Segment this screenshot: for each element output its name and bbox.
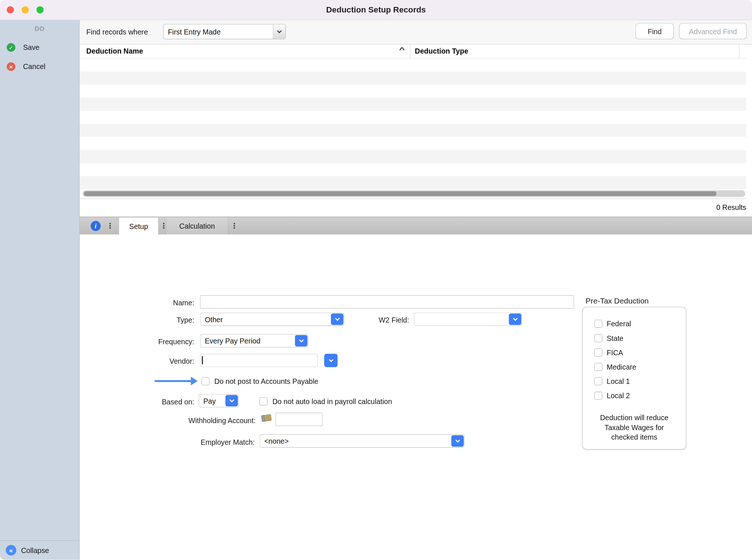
annotation-arrow-head xyxy=(191,377,198,386)
frequency-label: Frequency: xyxy=(134,337,194,346)
type-selected-value: Other xyxy=(205,315,223,323)
sidebar: DO Save Cancel Collapse xyxy=(0,20,80,560)
name-label: Name: xyxy=(134,298,194,308)
sort-ascending-icon[interactable]: ^ xyxy=(399,46,405,54)
do-not-auto-load-label: Do not auto load in payroll calculation xyxy=(272,397,392,406)
local2-label: Local 2 xyxy=(607,392,630,400)
results-table-empty-rows[interactable] xyxy=(80,58,746,189)
column-divider[interactable] xyxy=(739,44,740,58)
local1-checkbox[interactable] xyxy=(594,377,602,385)
medicare-checkbox[interactable] xyxy=(594,363,602,371)
collapse-chevrons-icon xyxy=(6,545,17,556)
pretax-option-local2[interactable]: Local 2 xyxy=(594,392,686,400)
employer-match-label: Employer Match: xyxy=(140,437,254,447)
column-header-deduction-name[interactable]: Deduction Name xyxy=(86,47,143,55)
federal-label: Federal xyxy=(607,320,631,328)
do-not-post-ap-label: Do not post to Accounts Payable xyxy=(214,377,318,386)
type-dropdown[interactable]: Other xyxy=(200,313,344,326)
pretax-option-medicare[interactable]: Medicare xyxy=(594,363,686,371)
vendor-input[interactable] xyxy=(200,354,318,367)
dropdown-arrow-button[interactable] xyxy=(273,25,285,39)
frequency-dropdown-button[interactable] xyxy=(295,335,307,346)
column-divider[interactable] xyxy=(410,44,411,58)
chevron-down-icon xyxy=(335,316,340,321)
withholding-account-input[interactable] xyxy=(275,413,323,426)
find-records-where-label: Find records where xyxy=(86,28,148,36)
table-bottom-border xyxy=(80,199,746,199)
results-table-header: Deduction Name ^ Deduction Type xyxy=(80,44,746,58)
results-count: 0 Results xyxy=(716,203,746,211)
info-icon[interactable] xyxy=(91,221,101,231)
local1-label: Local 1 xyxy=(607,377,630,385)
tab-bar: Setup Calculation xyxy=(80,217,752,234)
horizontal-scrollbar-thumb[interactable] xyxy=(84,191,717,196)
w2-field-label: W2 Field: xyxy=(365,315,409,325)
x-icon xyxy=(7,62,15,71)
state-label: State xyxy=(607,334,623,342)
dots-separator-icon xyxy=(231,221,238,230)
tab-setup[interactable]: Setup xyxy=(119,218,159,235)
chevron-down-icon xyxy=(455,438,460,443)
w2-dropdown-button[interactable] xyxy=(509,313,521,325)
name-input[interactable] xyxy=(200,295,574,309)
account-lookup-icon[interactable] xyxy=(260,413,273,423)
pretax-option-local1[interactable]: Local 1 xyxy=(594,377,686,385)
based-on-dropdown[interactable]: Pay xyxy=(199,394,239,408)
find-bar: Find records where First Entry Made Find… xyxy=(80,20,752,45)
federal-checkbox[interactable] xyxy=(594,320,602,328)
column-header-deduction-type[interactable]: Deduction Type xyxy=(415,47,469,55)
deduction-setup-window: Deduction Setup Records DO Save Cancel C… xyxy=(0,0,752,560)
find-field-dropdown[interactable]: First Entry Made xyxy=(163,24,286,39)
type-dropdown-button[interactable] xyxy=(331,313,343,325)
based-on-dropdown-button[interactable] xyxy=(225,395,238,406)
pretax-deduction-panel: Federal State FICA Medicare Local 1 Loca… xyxy=(582,307,686,450)
pretax-option-fica[interactable]: FICA xyxy=(594,349,686,357)
pretax-deduction-title: Pre-Tax Deduction xyxy=(586,297,649,305)
dots-separator-icon xyxy=(106,221,114,230)
sidebar-divider xyxy=(0,540,80,541)
do-not-post-ap-checkbox[interactable] xyxy=(202,377,210,385)
withholding-account-label: Withholding Account: xyxy=(141,416,256,426)
collapse-label: Collapse xyxy=(21,546,49,554)
w2-field-dropdown[interactable] xyxy=(414,313,522,326)
medicare-label: Medicare xyxy=(607,363,636,371)
employer-match-dropdown-button[interactable] xyxy=(451,435,464,447)
pretax-option-state[interactable]: State xyxy=(594,334,686,342)
vendor-dropdown-button[interactable] xyxy=(324,354,338,367)
tab-calculation[interactable]: Calculation xyxy=(166,218,228,234)
based-on-selected-value: Pay xyxy=(203,397,216,405)
save-label: Save xyxy=(23,43,40,52)
fica-label: FICA xyxy=(607,349,623,357)
employer-match-dropdown[interactable]: <none> xyxy=(260,434,465,448)
text-cursor xyxy=(202,356,203,364)
chevron-down-icon xyxy=(299,338,304,342)
cancel-label: Cancel xyxy=(23,62,46,71)
sidebar-header: DO xyxy=(0,25,79,32)
chevron-down-icon xyxy=(513,316,517,321)
based-on-label: Based on: xyxy=(134,397,194,407)
frequency-selected-value: Every Pay Period xyxy=(205,337,260,345)
pretax-option-federal[interactable]: Federal xyxy=(594,320,686,328)
titlebar: Deduction Setup Records xyxy=(0,0,752,20)
save-button[interactable]: Save xyxy=(7,43,39,52)
check-icon xyxy=(7,43,15,52)
horizontal-scrollbar-track[interactable] xyxy=(83,190,745,197)
find-button[interactable]: Find xyxy=(636,23,674,39)
type-label: Type: xyxy=(134,315,194,325)
window-title: Deduction Setup Records xyxy=(0,0,752,20)
fica-checkbox[interactable] xyxy=(594,349,602,357)
annotation-arrow xyxy=(155,380,192,382)
do-not-auto-load-checkbox[interactable] xyxy=(260,397,268,406)
employer-match-selected-value: <none> xyxy=(264,437,289,445)
cancel-button[interactable]: Cancel xyxy=(7,62,45,71)
advanced-find-button[interactable]: Advanced Find xyxy=(679,23,746,39)
frequency-dropdown[interactable]: Every Pay Period xyxy=(200,334,308,348)
collapse-button[interactable]: Collapse xyxy=(6,545,49,556)
chevron-down-icon xyxy=(329,357,333,362)
find-field-selected-value: First Entry Made xyxy=(168,28,221,36)
local2-checkbox[interactable] xyxy=(594,392,602,400)
state-checkbox[interactable] xyxy=(594,334,602,342)
window-scale-wrapper: Deduction Setup Records DO Save Cancel C… xyxy=(0,0,752,560)
chevron-down-icon xyxy=(277,28,282,33)
chevron-down-icon xyxy=(229,397,234,402)
